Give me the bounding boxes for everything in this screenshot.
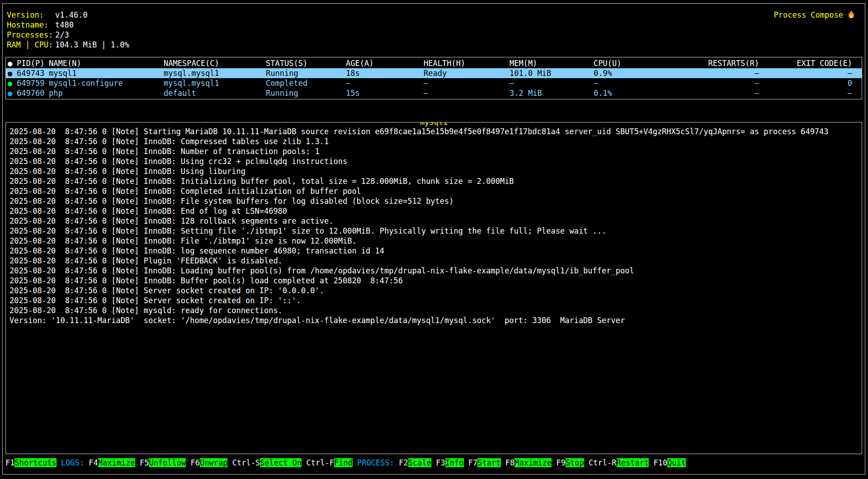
shortcut-info[interactable]: F3Info	[436, 458, 463, 467]
header-field-value: t480	[55, 20, 74, 29]
cell-exit-code: –	[759, 68, 852, 78]
header-field-label: Hostname:	[7, 20, 55, 30]
shortcut-action: Select On	[260, 458, 302, 467]
shortcut-key: Ctrl-R	[589, 458, 616, 467]
shortcut-action: Restart	[617, 458, 649, 467]
log-line: 2025-08-20 8:47:56 0 [Note] mysqld: read…	[9, 305, 858, 315]
header-field: Version:v1.46.0	[7, 10, 862, 20]
shortcut-maximize[interactable]: F8Maximize	[505, 458, 552, 467]
shortcut-unfollow[interactable]: F5Unfollow	[140, 458, 186, 467]
column-header-name: NAME(N)	[49, 58, 164, 68]
cell-status: Running	[266, 88, 346, 98]
shortcut-key: F2	[399, 458, 408, 467]
shortcut-scale[interactable]: F2Scale	[399, 458, 431, 467]
shortcut-action: Scale	[408, 458, 431, 467]
cell-mem: –	[509, 78, 594, 88]
shortcut-action: Find	[334, 458, 353, 467]
log-line: 2025-08-20 8:47:56 0 [Note] InnoDB: Buff…	[9, 276, 858, 286]
column-header-age: AGE(A)	[346, 58, 424, 68]
status-dot-icon: ●	[8, 68, 17, 78]
header-info: Version:v1.46.0Hostname:t480Processes:2/…	[7, 10, 862, 50]
log-line: 2025-08-20 8:47:56 0 [Note] InnoDB: End …	[9, 206, 858, 216]
cell-cpu: 0.9%	[594, 68, 661, 78]
process-table-panel: ●PID(P)NAME(N)NAMESPACE(C)STATUS(S)AGE(A…	[5, 57, 862, 99]
shortcut-action: Maximize	[514, 458, 552, 467]
log-output[interactable]: 2025-08-20 8:47:56 0 [Note] Starting Mar…	[9, 127, 858, 325]
shortcut-key: F6	[191, 458, 200, 467]
shortcut-action: Maximize	[98, 458, 135, 467]
log-line: 2025-08-20 8:47:56 0 [Note] InnoDB: Numb…	[9, 146, 858, 156]
header-field: Processes:2/3	[7, 30, 862, 40]
cell-cpu: –	[594, 78, 661, 88]
shortcut-section-label: PROCESS:	[357, 458, 399, 467]
shortcut-action: Unwrap	[200, 458, 227, 467]
shortcut-start[interactable]: F7Start	[468, 458, 501, 467]
cell-age: 15s	[346, 88, 424, 98]
shortcut-action: Info	[445, 458, 464, 467]
process-row-php[interactable]: ●649760phpdefaultRunning15s–3.2 MiB0.1%–…	[6, 88, 862, 98]
cell-namespace: mysql.mysql1	[164, 68, 266, 78]
shortcut-key: Ctrl-F	[306, 458, 334, 467]
shortcut-find[interactable]: Ctrl-FFind	[306, 458, 352, 467]
log-line: 2025-08-20 8:47:56 0 [Note] Server socke…	[9, 296, 858, 305]
shortcut-bar: F1Shortcuts LOGS: F4Maximize F5Unfollow …	[5, 458, 862, 468]
app-window: Version:v1.46.0Hostname:t480Processes:2/…	[2, 3, 865, 474]
cell-age: –	[346, 78, 424, 88]
shortcut-shortcuts[interactable]: F1Shortcuts	[5, 458, 57, 467]
column-header-namespace: NAMESPACE(C)	[164, 58, 266, 68]
process-row-mysql1[interactable]: ●649743mysql1mysql.mysql1Running18sReady…	[6, 68, 862, 78]
cell-health: –	[424, 78, 509, 88]
shortcut-key: F10	[653, 458, 667, 467]
cell-pid: 649743	[17, 68, 49, 78]
process-table-body: ●649743mysql1mysql.mysql1Running18sReady…	[6, 68, 862, 98]
shortcut-key: F7	[468, 458, 477, 467]
cell-health: Ready	[424, 68, 509, 78]
status-dot-icon: ●	[8, 88, 17, 98]
column-header-dot: ●	[8, 58, 17, 68]
header-field-value: v1.46.0	[55, 10, 88, 19]
column-header-status: STATUS(S)	[266, 58, 346, 68]
shortcut-restart[interactable]: Ctrl-RRestart	[589, 458, 649, 467]
header-field: RAM | CPU:104.3 MiB | 1.0%	[7, 40, 862, 50]
log-line: 2025-08-20 8:47:56 0 [Note] Starting Mar…	[9, 127, 858, 136]
process-table-header: ●PID(P)NAME(N)NAMESPACE(C)STATUS(S)AGE(A…	[6, 58, 862, 68]
cell-pid: 649759	[17, 78, 49, 88]
log-line: 2025-08-20 8:47:56 0 [Note] Server socke…	[9, 286, 858, 296]
shortcut-key: F5	[140, 458, 149, 467]
log-line: 2025-08-20 8:47:56 0 [Note] InnoDB: Usin…	[9, 166, 858, 176]
column-header-health: HEALTH(H)	[424, 58, 509, 68]
cell-name: php	[49, 88, 164, 98]
log-line: 2025-08-20 8:47:56 0 [Note] InnoDB: File…	[9, 236, 858, 246]
shortcut-key: F9	[556, 458, 565, 467]
column-header-restarts: RESTARTS(R)	[661, 58, 759, 68]
shortcut-select-on[interactable]: Ctrl-SSelect On	[232, 458, 302, 467]
cell-status: Completed	[266, 78, 346, 88]
cell-restarts: –	[661, 68, 759, 78]
log-line: 2025-08-20 8:47:56 0 [Note] InnoDB: Comp…	[9, 186, 858, 196]
status-dot-icon: ●	[8, 78, 17, 88]
header-field: Hostname:t480	[7, 20, 862, 30]
log-line: 2025-08-20 8:47:56 0 [Note] InnoDB: 128 …	[9, 216, 858, 226]
shortcut-key: F3	[436, 458, 445, 467]
cell-restarts: –	[661, 88, 759, 98]
process-row-mysql1-configure[interactable]: ●649759mysql1-configuremysql.mysql1Compl…	[6, 78, 862, 88]
shortcut-quit[interactable]: F10Quit	[653, 458, 686, 467]
header-field-value: 104.3 MiB | 1.0%	[55, 40, 129, 49]
log-line: 2025-08-20 8:47:56 0 [Note] InnoDB: Usin…	[9, 156, 858, 166]
shortcut-action: Shortcuts	[14, 458, 56, 467]
shortcut-section-label: LOGS:	[61, 458, 89, 467]
header-field-label: Version:	[7, 10, 55, 20]
column-header-pid: PID(P)	[17, 58, 49, 68]
cell-namespace: default	[164, 88, 266, 98]
log-line: 2025-08-20 8:47:56 0 [Note] InnoDB: Sett…	[9, 226, 858, 236]
log-line: 2025-08-20 8:47:56 0 [Note] InnoDB: Init…	[9, 176, 858, 186]
shortcut-action: Unfollow	[149, 458, 186, 467]
header-field-label: RAM | CPU:	[7, 40, 55, 50]
column-header-mem: MEM(M)	[509, 58, 594, 68]
log-panel: mysql1 2025-08-20 8:47:56 0 [Note] Start…	[5, 122, 862, 454]
cell-name: mysql1-configure	[49, 78, 164, 88]
shortcut-unwrap[interactable]: F6Unwrap	[191, 458, 228, 467]
cell-health: –	[424, 88, 509, 98]
shortcut-maximize[interactable]: F4Maximize	[89, 458, 135, 467]
shortcut-stop[interactable]: F9Stop	[556, 458, 584, 467]
